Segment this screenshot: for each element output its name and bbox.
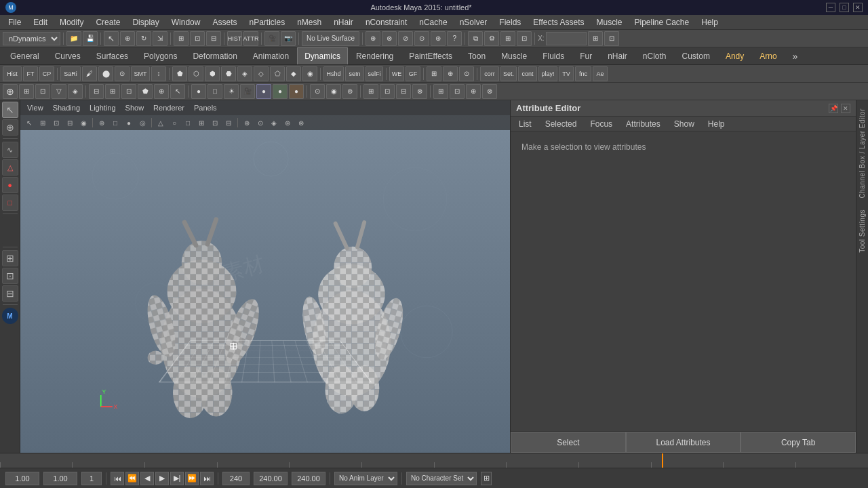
tb-misc3[interactable]: ⊘ xyxy=(398,31,413,46)
ico-anim4[interactable]: ⊗ xyxy=(412,84,427,99)
menu-nparticles[interactable]: nParticles xyxy=(243,16,290,28)
ico-cam[interactable]: 🎥 xyxy=(240,84,255,99)
ico-light[interactable]: ☀ xyxy=(224,84,239,99)
menu-file[interactable]: File xyxy=(3,16,26,28)
no-live-surface-btn[interactable]: No Live Surface xyxy=(302,31,359,46)
dynamics-dropdown[interactable]: nDynamics xyxy=(3,32,60,45)
ico-corr[interactable]: corr xyxy=(480,66,499,81)
vp-menu-lighting[interactable]: Lighting xyxy=(85,103,120,113)
time-value-2[interactable] xyxy=(43,472,77,485)
go-to-start-btn[interactable]: ⏮ xyxy=(111,472,124,485)
ico-select-mode3[interactable]: ▽ xyxy=(52,84,66,99)
vp-icon-j[interactable]: ⊛ xyxy=(281,117,294,129)
prev-key-btn[interactable]: ⏪ xyxy=(125,472,139,485)
attr-menu-selected[interactable]: Selected xyxy=(540,118,583,130)
menu-modify[interactable]: Modify xyxy=(54,16,89,28)
tab-general[interactable]: General xyxy=(3,47,47,64)
tab-andy[interactable]: Andy xyxy=(718,47,751,64)
tb-misc10[interactable]: ⊡ xyxy=(517,31,532,46)
ico-render3[interactable]: ⊚ xyxy=(342,84,357,99)
vp-shade2-icon[interactable]: ◎ xyxy=(136,117,149,129)
ico-cube[interactable]: □ xyxy=(208,84,222,99)
vp-wire-icon[interactable]: ⊕ xyxy=(96,117,108,129)
menu-edit[interactable]: Edit xyxy=(28,16,53,28)
ico-sphere[interactable]: ● xyxy=(191,84,206,99)
vp-icon-i[interactable]: ◈ xyxy=(268,117,280,129)
tool-grid2[interactable]: ⊡ xyxy=(2,268,18,284)
tool-curve[interactable]: ∿ xyxy=(2,142,18,158)
timeline-ruler[interactable]: 020406080100120140160180200220240 xyxy=(0,453,868,468)
ico-shape6[interactable]: ◇ xyxy=(254,66,269,81)
ico-shape8[interactable]: ◆ xyxy=(286,66,301,81)
tb-misc7[interactable]: ⧉ xyxy=(468,31,483,46)
tb-rotate-btn[interactable]: ↻ xyxy=(136,31,151,46)
vp-menu-show[interactable]: Show xyxy=(121,103,149,113)
minimize-button[interactable]: ─ xyxy=(826,3,835,12)
ico-smt[interactable]: SMT xyxy=(131,66,150,81)
ico-ft[interactable]: FT xyxy=(23,66,38,81)
tab-toon[interactable]: Toon xyxy=(460,47,493,64)
ico-arrow[interactable]: ↕ xyxy=(151,66,166,81)
ico-selin[interactable]: seIn xyxy=(345,66,364,81)
tb-move-btn[interactable]: ⊕ xyxy=(120,31,135,46)
prev-frame-btn[interactable]: ◀ xyxy=(140,472,154,485)
vp-icon-k[interactable]: ⊗ xyxy=(295,117,307,129)
menu-ncache[interactable]: nCache xyxy=(414,16,452,28)
vp-grid-icon[interactable]: ⊡ xyxy=(50,117,62,129)
next-frame-btn[interactable]: ▶| xyxy=(170,472,184,485)
tool-circle[interactable]: ● xyxy=(2,177,18,193)
ico-ae[interactable]: Ae xyxy=(593,66,608,81)
tab-muscle[interactable]: Muscle xyxy=(494,47,534,64)
attr-menu-attributes[interactable]: Attributes xyxy=(620,118,666,130)
tab-painteffects[interactable]: PaintEffects xyxy=(401,47,460,64)
ico-move-tool[interactable]: ⊕ xyxy=(3,84,18,99)
select-button[interactable]: Select xyxy=(511,432,626,453)
vp-shade-icon[interactable]: ● xyxy=(123,117,135,129)
ico-misc2a[interactable]: ⊞ xyxy=(433,84,448,99)
tab-surfaces[interactable]: Surfaces xyxy=(89,47,136,64)
ico-anim3[interactable]: ⊟ xyxy=(396,84,411,99)
vp-icon-e[interactable]: ⊡ xyxy=(209,117,221,129)
vp-icon-f[interactable]: ⊟ xyxy=(222,117,235,129)
ico-shape1[interactable]: ⬟ xyxy=(172,66,187,81)
vp-menu-panels[interactable]: Panels xyxy=(190,103,221,113)
menu-nconstraint[interactable]: nConstraint xyxy=(360,16,412,28)
menu-nhair[interactable]: nHair xyxy=(328,16,359,28)
side-tab-tool-settings[interactable]: Tool Settings xyxy=(856,204,868,258)
ico-misc2c[interactable]: ⊕ xyxy=(466,84,481,99)
frame-end-value3[interactable] xyxy=(292,472,326,485)
tool-triangle[interactable]: △ xyxy=(2,159,18,176)
ico-selfi[interactable]: selFi xyxy=(366,66,383,81)
tool-misc1[interactable] xyxy=(2,217,18,244)
menu-display[interactable]: Display xyxy=(127,16,164,28)
time-value-3[interactable] xyxy=(81,472,102,485)
ico-misc2d[interactable]: ⊗ xyxy=(482,84,497,99)
ico-dot3[interactable]: ● xyxy=(289,84,304,99)
x-field[interactable] xyxy=(546,32,587,45)
tool-select[interactable]: ↖ xyxy=(2,102,18,118)
tab-rendering[interactable]: Rendering xyxy=(349,47,401,64)
ico-cont[interactable]: cont xyxy=(518,66,537,81)
vp-isolate-icon[interactable]: ◉ xyxy=(77,117,90,129)
tb-scale-btn[interactable]: ⇲ xyxy=(153,31,167,46)
tb-end2[interactable]: ⊡ xyxy=(604,31,619,46)
attr-menu-show[interactable]: Show xyxy=(669,118,700,130)
ico-misc-e[interactable]: ⊕ xyxy=(154,84,169,99)
time-value-1[interactable] xyxy=(5,472,39,485)
tb-snap2-btn[interactable]: ⊡ xyxy=(190,31,205,46)
menu-assets[interactable]: Assets xyxy=(207,16,242,28)
ico-shape9[interactable]: ◉ xyxy=(302,66,317,81)
frame-end-value2[interactable] xyxy=(254,472,288,485)
tool-grid1[interactable]: ⊞ xyxy=(2,250,18,266)
ico-hshd[interactable]: Hshd xyxy=(323,66,344,81)
ico-misc1[interactable]: ⊞ xyxy=(427,66,441,81)
menu-effects-assets[interactable]: Effects Assets xyxy=(528,16,589,28)
menu-pipeline-cache[interactable]: Pipeline Cache xyxy=(629,16,695,28)
tb-misc5[interactable]: ⊛ xyxy=(431,31,446,46)
tool-square[interactable]: □ xyxy=(2,195,18,211)
tab-deformation[interactable]: Deformation xyxy=(185,47,244,64)
tab-fluids[interactable]: Fluids xyxy=(535,47,572,64)
tb-misc4[interactable]: ⊙ xyxy=(414,31,429,46)
ico-misc2[interactable]: ⊕ xyxy=(443,66,458,81)
ico-shape5[interactable]: ◈ xyxy=(237,66,252,81)
